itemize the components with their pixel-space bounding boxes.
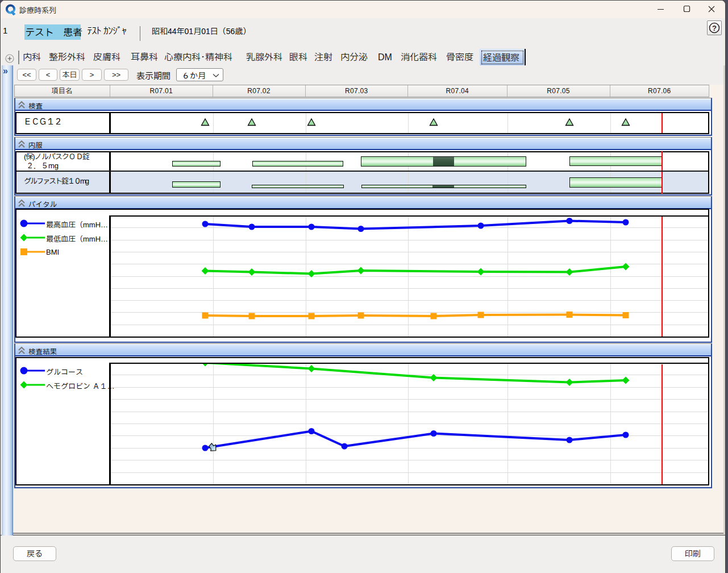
svg-text:?: ? [712,24,717,32]
